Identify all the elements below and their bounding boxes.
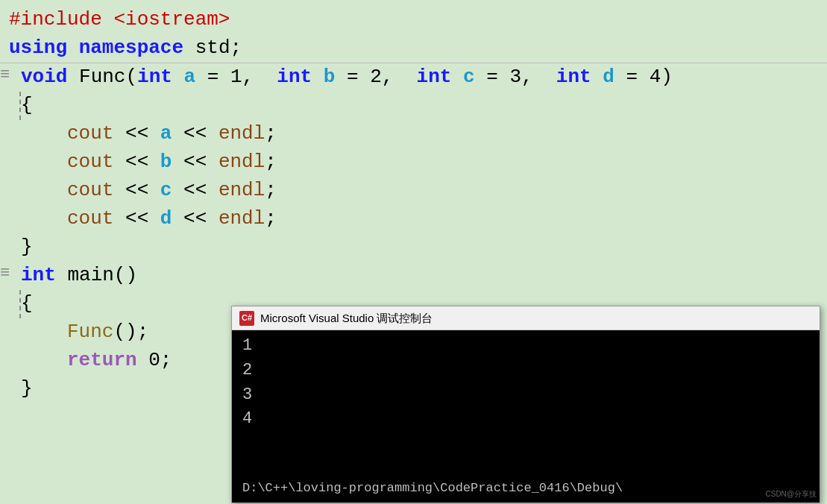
cout-b: cout bbox=[67, 148, 113, 177]
cout-a: cout bbox=[67, 120, 113, 148]
code-line-brace-open-1: { bbox=[0, 92, 827, 120]
dashed-line-2 bbox=[19, 290, 21, 318]
int-keyword-1: int bbox=[137, 63, 172, 92]
int-keyword-3: int bbox=[417, 63, 452, 92]
dashed-line-1 bbox=[19, 92, 21, 120]
code-line-2: using namespace std; bbox=[0, 34, 827, 63]
code-line-main: int main() bbox=[0, 262, 827, 290]
include-keyword: #include bbox=[9, 6, 102, 34]
using-keyword: using bbox=[9, 34, 67, 63]
code-line-3: void Func( int a = 1, int b = 2, int c =… bbox=[0, 63, 827, 92]
param-a: a bbox=[183, 63, 195, 92]
cout-d: cout bbox=[67, 205, 113, 233]
console-line-1: 1 bbox=[242, 335, 809, 358]
console-path: D:\C++\loving-programming\CodePractice_0… bbox=[242, 479, 623, 498]
endl-b: endl bbox=[218, 148, 265, 177]
brace-open-2: { bbox=[21, 290, 33, 318]
console-line-2: 2 bbox=[242, 359, 809, 382]
code-line-1: #include <iostream> bbox=[0, 6, 827, 34]
console-title: Microsoft Visual Studio 调试控制台 bbox=[260, 310, 433, 327]
param-c: c bbox=[463, 63, 475, 92]
func-call: Func bbox=[67, 318, 113, 347]
brace-close-1: } bbox=[21, 233, 33, 262]
console-titlebar: C# Microsoft Visual Studio 调试控制台 bbox=[232, 306, 820, 330]
std-text: std; bbox=[195, 34, 242, 63]
int-keyword-4: int bbox=[556, 63, 591, 92]
endl-c: endl bbox=[218, 177, 265, 205]
param-b: b bbox=[324, 63, 336, 92]
console-line-3: 3 bbox=[242, 384, 809, 407]
cout-c: cout bbox=[67, 177, 113, 205]
code-editor: #include <iostream> using namespace std;… bbox=[0, 0, 827, 504]
code-line-cout-c: cout << c << endl ; bbox=[0, 177, 827, 205]
var-a: a bbox=[160, 120, 172, 148]
return-keyword: return bbox=[67, 347, 137, 375]
void-keyword: void bbox=[21, 63, 67, 92]
code-line-cout-d: cout << d << endl ; bbox=[0, 205, 827, 233]
code-line-brace-close-1: } bbox=[0, 233, 827, 262]
console-window: C# Microsoft Visual Studio 调试控制台 1 2 3 4… bbox=[231, 306, 820, 503]
brace-open-1: { bbox=[21, 92, 33, 120]
code-line-cout-a: cout << a << endl ; bbox=[0, 120, 827, 148]
console-line-4: 4 bbox=[242, 408, 809, 431]
endl-d: endl bbox=[218, 205, 265, 233]
var-c: c bbox=[160, 177, 172, 205]
func-name: Func( bbox=[79, 63, 137, 92]
include-lib: <iostream> bbox=[113, 6, 230, 34]
param-d: d bbox=[603, 63, 614, 92]
var-d: d bbox=[160, 205, 172, 233]
main-name: main() bbox=[67, 262, 137, 290]
watermark: CSDN@分享技 bbox=[766, 489, 817, 500]
namespace-keyword: namespace bbox=[79, 34, 183, 63]
console-body: 1 2 3 4 D:\C++\loving-programming\CodePr… bbox=[232, 330, 820, 503]
int-keyword-2: int bbox=[277, 63, 312, 92]
int-main-keyword: int bbox=[21, 262, 56, 290]
console-icon: C# bbox=[239, 311, 254, 326]
endl-a: endl bbox=[218, 120, 265, 148]
var-b: b bbox=[160, 148, 172, 177]
brace-close-2: } bbox=[21, 375, 33, 403]
code-line-cout-b: cout << b << endl ; bbox=[0, 148, 827, 177]
